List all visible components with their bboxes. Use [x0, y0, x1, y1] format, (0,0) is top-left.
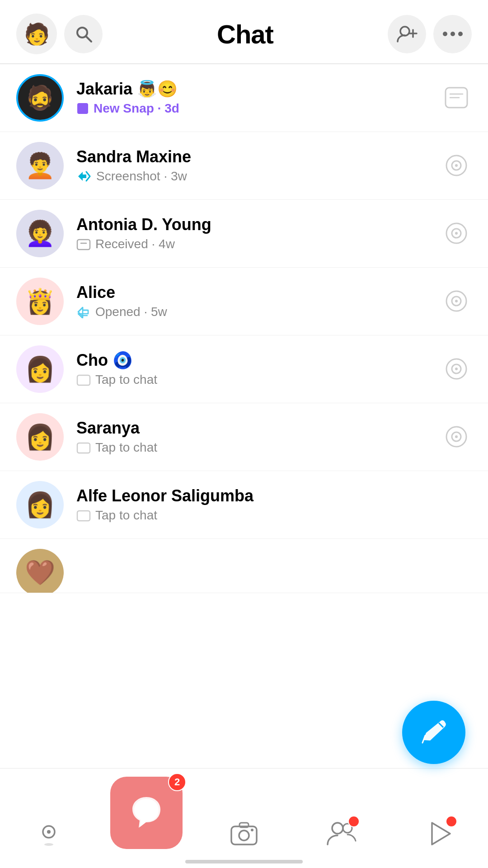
search-button[interactable] — [64, 15, 103, 53]
screenshot-icon — [76, 170, 92, 183]
tap-to-chat-icon — [76, 509, 91, 522]
home-indicator — [185, 860, 303, 863]
chat-action[interactable] — [441, 286, 472, 316]
svg-line-1 — [86, 36, 91, 42]
svg-point-40 — [251, 829, 253, 831]
header-left: 🧑 — [16, 14, 103, 54]
svg-rect-24 — [77, 375, 90, 385]
chat-name: Jakaria 👼😊 — [76, 80, 441, 99]
spotlight-icon — [421, 816, 457, 852]
nav-item-map[interactable] — [8, 816, 89, 852]
svg-point-2 — [400, 27, 409, 36]
avatar: 👩‍🦱 — [16, 210, 64, 257]
avatar: 👸 — [16, 278, 64, 325]
nav-item-camera[interactable] — [203, 816, 285, 852]
avatar: 🧑‍🦱 — [16, 142, 64, 189]
chat-name: Alfe Leonor Saligumba — [76, 486, 441, 505]
chat-list: 🧔 Jakaria 👼😊 New Snap · 3d — [0, 64, 488, 593]
svg-rect-8 — [77, 103, 88, 114]
chat-name: Sandra Maxine — [76, 147, 441, 166]
list-item[interactable]: 👩 Cho 🧿 Tap to chat — [0, 335, 488, 403]
list-item[interactable]: 👸 Alice Opened · 5w — [0, 268, 488, 335]
chat-sub: Screenshot · 3w — [76, 169, 441, 184]
list-item[interactable]: 🤎 — [0, 539, 488, 593]
list-item[interactable]: 🧔 Jakaria 👼😊 New Snap · 3d — [0, 64, 488, 132]
svg-point-6 — [450, 32, 455, 36]
svg-point-38 — [239, 830, 249, 840]
chat-action[interactable] — [441, 82, 472, 113]
chat-sub: Received · 4w — [76, 237, 441, 251]
avatar: 🧔 — [16, 74, 64, 122]
friends-icon — [324, 816, 360, 852]
chat-name: Saranya — [76, 419, 441, 438]
chat-action[interactable] — [441, 218, 472, 249]
chat-center-button[interactable]: 2 — [110, 777, 183, 849]
chat-info: Alice Opened · 5w — [76, 283, 441, 319]
avatar: 👩 — [16, 413, 64, 461]
chat-sub: Tap to chat — [76, 440, 441, 455]
chat-sub: Tap to chat — [76, 508, 441, 523]
avatar: 🤎 — [16, 549, 64, 593]
chat-action[interactable] — [441, 421, 472, 452]
avatar: 👩 — [16, 481, 64, 528]
svg-rect-39 — [239, 823, 249, 827]
chat-sub: Tap to chat — [76, 373, 441, 387]
list-item[interactable]: 👩 Saranya Tap to chat — [0, 403, 488, 471]
chat-action[interactable] — [441, 489, 472, 520]
nav-item-spotlight[interactable] — [399, 816, 480, 852]
chat-info: Antonia D. Young Received · 4w — [76, 215, 441, 251]
camera-icon — [226, 816, 262, 852]
svg-rect-32 — [77, 511, 90, 521]
chat-info: Sandra Maxine Screenshot · 3w — [76, 147, 441, 184]
chat-action[interactable] — [441, 354, 472, 384]
nav-item-friends[interactable] — [301, 816, 382, 852]
tap-to-chat-icon — [76, 441, 91, 454]
chat-info: Saranya Tap to chat — [76, 419, 441, 455]
new-chat-fab[interactable] — [402, 701, 465, 764]
received-icon — [76, 238, 91, 250]
svg-point-14 — [455, 164, 458, 167]
svg-point-36 — [44, 843, 53, 846]
svg-point-5 — [443, 32, 447, 36]
list-item[interactable]: 👩‍🦱 Antonia D. Young Received · 4w — [0, 200, 488, 268]
chat-sub: Opened · 5w — [76, 305, 441, 319]
chat-badge: 2 — [168, 773, 186, 791]
chat-info: Jakaria 👼😊 New Snap · 3d — [76, 80, 441, 116]
tap-to-chat-icon — [76, 373, 91, 386]
svg-point-27 — [455, 368, 458, 370]
opened-icon — [76, 306, 91, 318]
chat-name: Antonia D. Young — [76, 215, 441, 234]
svg-point-19 — [455, 232, 458, 235]
chat-name: Alice — [76, 283, 441, 302]
svg-rect-28 — [77, 443, 90, 453]
header: 🧑 Chat — [0, 0, 488, 63]
chat-action[interactable] — [441, 150, 472, 181]
spotlight-badge — [446, 816, 457, 827]
friends-badge — [348, 816, 360, 827]
new-snap-icon — [76, 102, 89, 115]
bottom-nav: 2 — [0, 768, 488, 868]
chat-name: Cho 🧿 — [76, 351, 441, 370]
map-icon — [31, 816, 67, 852]
chat-info: Cho 🧿 Tap to chat — [76, 351, 441, 387]
svg-rect-15 — [77, 240, 90, 250]
self-avatar[interactable]: 🧑 — [16, 14, 57, 54]
more-button[interactable] — [433, 15, 472, 53]
list-item[interactable]: 👩 Alfe Leonor Saligumba Tap to chat — [0, 471, 488, 539]
chat-info: Alfe Leonor Saligumba Tap to chat — [76, 486, 441, 523]
page-title: Chat — [103, 19, 388, 49]
svg-point-35 — [47, 830, 51, 834]
svg-point-23 — [455, 300, 458, 302]
svg-point-31 — [455, 435, 458, 438]
svg-point-7 — [458, 32, 463, 36]
add-friend-button[interactable] — [388, 15, 426, 53]
nav-item-chat[interactable]: 2 — [106, 777, 187, 852]
svg-point-41 — [332, 823, 343, 834]
avatar: 👩 — [16, 345, 64, 393]
list-item[interactable]: 🧑‍🦱 Sandra Maxine Screenshot · 3w — [0, 132, 488, 200]
chat-sub: New Snap · 3d — [76, 101, 441, 116]
header-right — [388, 15, 472, 53]
